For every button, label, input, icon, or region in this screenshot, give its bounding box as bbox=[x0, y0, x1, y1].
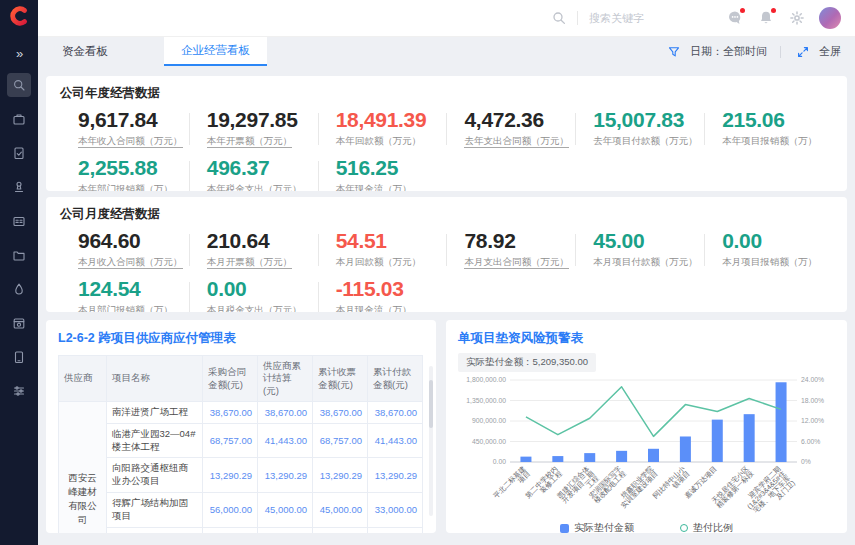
amount-cell: 68,757.00 bbox=[313, 423, 368, 458]
metric-label[interactable]: 本年部门报销额（万） bbox=[78, 183, 189, 191]
supplier-table: 供应商项目名称采购合同金额(元)供应商累计结算(元)累计收票金额(元)累计付款金… bbox=[58, 355, 423, 533]
monthly-card-title: 公司月度经营数据 bbox=[60, 206, 833, 223]
scrollbar-thumb[interactable] bbox=[429, 380, 433, 428]
search-divider bbox=[577, 11, 578, 25]
search-input[interactable] bbox=[587, 11, 703, 25]
metric: 215.06本年项目报销额（万） bbox=[704, 109, 833, 148]
amount-cell: 33,000.00 bbox=[368, 493, 423, 528]
bar bbox=[584, 453, 595, 462]
amount-cell: 13,290.29 bbox=[203, 458, 258, 493]
header-gear-button[interactable] bbox=[788, 9, 806, 27]
tab-funds-dashboard[interactable]: 资金看板 bbox=[48, 37, 122, 66]
legend-item[interactable]: 垫付比例 bbox=[680, 521, 733, 533]
amount-cell: 41,443.00 bbox=[368, 423, 423, 458]
monthly-data-card: 公司月度经营数据 964.60本月收入合同额（万元）210.64本月开票额（万元… bbox=[46, 197, 847, 312]
app-area: 资金看板 企业经营看板 日期：全部时间 全屏 bbox=[38, 0, 855, 533]
app-logo[interactable] bbox=[8, 5, 30, 31]
column-header: 供应商 bbox=[59, 356, 107, 402]
metric-label[interactable]: 去年支出合同额（万元） bbox=[464, 135, 575, 148]
metric: 210.64本月开票额（万元） bbox=[189, 230, 318, 269]
dashboard-root: » 资金看板 企业经营看板 bbox=[0, 0, 855, 533]
sidebar-nav bbox=[7, 73, 31, 403]
avatar[interactable] bbox=[819, 7, 841, 29]
svg-text:0%: 0% bbox=[801, 458, 811, 465]
fullscreen-label[interactable]: 全屏 bbox=[819, 44, 841, 59]
sidebar-expand-button[interactable]: » bbox=[16, 46, 22, 61]
project-name-cell: 得辉广场结构加固项目 bbox=[107, 493, 203, 528]
sidebar-item-briefcase[interactable] bbox=[7, 107, 31, 131]
column-header: 供应商累计结算(元) bbox=[258, 356, 313, 402]
gear-icon bbox=[789, 10, 805, 26]
amount-cell: 41,443.00 bbox=[258, 423, 313, 458]
sidebar-item-ink-drop[interactable] bbox=[7, 277, 31, 301]
metric: 4,472.36去年支出合同额（万元） bbox=[446, 109, 575, 148]
date-filter-label[interactable]: 日期：全部时间 bbox=[690, 44, 767, 59]
notification-dot bbox=[771, 8, 776, 13]
amount-cell: 13,290.29 bbox=[258, 458, 313, 493]
supplier-table-title: L2-6-2 跨项目供应商应付管理表 bbox=[58, 330, 424, 347]
amount-cell: 38,670.00 bbox=[258, 402, 313, 424]
project-name-cell: 临港产业园32—04#楼主体工程 bbox=[107, 423, 203, 458]
settings-list-icon bbox=[12, 384, 26, 398]
header-icons bbox=[726, 9, 806, 27]
sidebar-item-document-check[interactable] bbox=[7, 141, 31, 165]
tablet-icon bbox=[12, 350, 26, 364]
metric: 0.00本月项目报销额（万） bbox=[704, 230, 833, 269]
metric-label[interactable]: 本月支出合同额（万元） bbox=[464, 256, 575, 269]
amount-cell: 57,273.00 bbox=[203, 527, 258, 533]
metric: 2,255.88本年部门报销额（万） bbox=[60, 157, 189, 191]
metric-value: 78.92 bbox=[464, 230, 575, 252]
metric-label[interactable]: 本年税金支出（万元） bbox=[207, 183, 318, 191]
sidebar-item-search[interactable] bbox=[7, 73, 31, 97]
sidebar-item-tablet[interactable] bbox=[7, 345, 31, 369]
bar bbox=[648, 449, 659, 462]
sidebar-item-user-stamp[interactable] bbox=[7, 175, 31, 199]
monthly-metrics: 964.60本月收入合同额（万元）210.64本月开票额（万元）54.51本月回… bbox=[60, 230, 833, 312]
metric: 45.00本月项目付款额（万元） bbox=[575, 230, 704, 269]
metric-value: 9,617.84 bbox=[78, 109, 189, 131]
column-header: 采购合同金额(元) bbox=[203, 356, 258, 402]
user-stamp-icon bbox=[12, 180, 26, 194]
filter-funnel-icon[interactable] bbox=[665, 43, 683, 61]
metric: 124.54本月部门报销额（万） bbox=[60, 278, 189, 312]
sidebar-item-id-card[interactable] bbox=[7, 209, 31, 233]
metric-value: 0.00 bbox=[207, 278, 318, 300]
metric-value: 210.64 bbox=[207, 230, 318, 252]
folder-icon bbox=[12, 248, 26, 262]
column-header: 累计付款金额(元) bbox=[368, 356, 423, 402]
fullscreen-icon[interactable] bbox=[794, 43, 812, 61]
header-comment-button[interactable] bbox=[726, 9, 744, 27]
metric-label[interactable]: 本月收入合同额（万元） bbox=[78, 256, 189, 269]
metric: 19,297.85本年开票额（万元） bbox=[189, 109, 318, 148]
metric-label[interactable]: 本月开票额（万元） bbox=[207, 256, 318, 269]
search-icon bbox=[12, 78, 26, 92]
metric-value: 0.00 bbox=[722, 230, 833, 252]
sidebar-item-calendar-settings[interactable] bbox=[7, 311, 31, 335]
sidebar: » bbox=[0, 0, 38, 545]
legend-item[interactable]: 实际垫付金额 bbox=[560, 521, 634, 533]
metric-value: 964.60 bbox=[78, 230, 189, 252]
metric-value: 18,491.39 bbox=[336, 109, 447, 131]
bar bbox=[680, 436, 691, 462]
metric-label[interactable]: 本年收入合同额（万元） bbox=[78, 135, 189, 148]
sidebar-item-settings-list[interactable] bbox=[7, 379, 31, 403]
amount-cell: 13,290.29 bbox=[368, 458, 423, 493]
metric-value: -115.03 bbox=[336, 278, 447, 300]
id-card-icon bbox=[12, 214, 26, 228]
metric-label[interactable]: 本年开票额（万元） bbox=[207, 135, 318, 148]
amount-cell: 57,273.00 bbox=[313, 527, 368, 533]
amount-cell: 45,000.00 bbox=[313, 493, 368, 528]
tab-enterprise-dashboard[interactable]: 企业经营看板 bbox=[164, 37, 267, 66]
table-row: 西京河西综合体项目57,273.0040,273.0057,273.0014,0… bbox=[59, 527, 423, 533]
briefcase-icon bbox=[12, 112, 26, 126]
search-icon[interactable] bbox=[550, 9, 568, 27]
svg-text:900,000.00: 900,000.00 bbox=[472, 417, 506, 424]
metric-label[interactable]: 本月税金支出（万元） bbox=[207, 304, 318, 312]
header-bell-button[interactable] bbox=[757, 9, 775, 27]
metric-label[interactable]: 本月部门报销额（万） bbox=[78, 304, 189, 312]
sidebar-item-folder[interactable] bbox=[7, 243, 31, 267]
metric: 18,491.39本年回款额（万元） bbox=[318, 109, 447, 148]
svg-text:18.00%: 18.00% bbox=[801, 397, 824, 404]
metric-value: 215.06 bbox=[722, 109, 833, 131]
metric: 54.51本月回款额（万元） bbox=[318, 230, 447, 269]
